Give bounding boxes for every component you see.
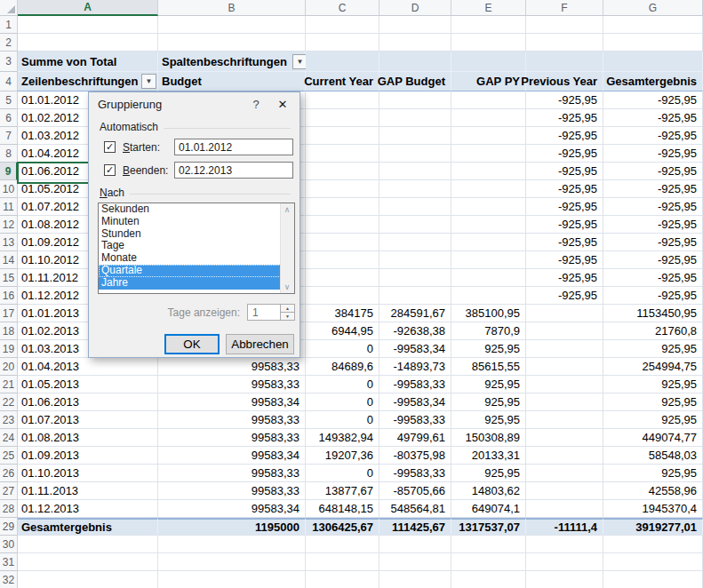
cancel-button[interactable]: Abbrechen [226, 334, 294, 354]
row-header-25[interactable]: 25 [0, 447, 18, 465]
cell-G4[interactable]: Gesamtergebnis [603, 72, 703, 91]
row-header-24[interactable]: 24 [0, 429, 18, 447]
cell-A28[interactable]: 01.12.2013 [18, 500, 158, 518]
cell-F11[interactable]: -925,95 [526, 198, 603, 216]
row-header-7[interactable]: 7 [0, 127, 18, 145]
end-date-input[interactable]: 02.12.2013 [174, 162, 293, 179]
cell-F6[interactable]: -925,95 [526, 109, 603, 127]
row-header-27[interactable]: 27 [0, 482, 18, 500]
cell-F9[interactable]: -925,95 [526, 163, 603, 180]
listbox-scrollbar[interactable]: ∧ ∨ [280, 203, 294, 293]
cell-D17[interactable]: 284591,67 [379, 305, 451, 322]
cell-F5[interactable]: -925,95 [526, 91, 603, 109]
cell-C29[interactable]: 1306425,67 [306, 518, 379, 536]
cell-C6[interactable] [306, 109, 379, 127]
cell-A21[interactable]: 01.05.2013 [18, 376, 158, 393]
cell-E29[interactable]: 1317537,07 [451, 518, 526, 536]
cell-E17[interactable]: 385100,95 [451, 305, 526, 322]
cell-G31[interactable] [603, 553, 703, 571]
cell-E26[interactable]: 925,95 [451, 465, 526, 482]
cell-F15[interactable]: -925,95 [526, 269, 603, 287]
cell-D25[interactable]: -80375,98 [379, 447, 451, 465]
cell-B22[interactable]: 99583,34 [158, 393, 306, 411]
cell-D9[interactable] [379, 163, 451, 180]
cell-F18[interactable] [526, 322, 603, 340]
row-header-31[interactable]: 31 [0, 553, 18, 571]
cell-E1[interactable] [451, 16, 526, 34]
cell-C22[interactable]: 0 [306, 393, 379, 411]
cell-G14[interactable]: -925,95 [603, 251, 703, 269]
cell-F29[interactable]: -11111,4 [526, 518, 603, 536]
group-by-option-quartale[interactable]: Quartale [99, 265, 281, 277]
cell-D14[interactable] [379, 251, 451, 269]
cell-D3[interactable] [379, 52, 451, 72]
cell-F27[interactable] [526, 482, 603, 500]
cell-C2[interactable] [306, 34, 379, 52]
cell-E4[interactable]: GAP PY [451, 72, 526, 91]
row-header-2[interactable]: 2 [0, 34, 18, 52]
cell-E32[interactable] [451, 571, 526, 588]
row-header-19[interactable]: 19 [0, 340, 18, 358]
cell-A23[interactable]: 01.07.2013 [18, 411, 158, 429]
cell-E9[interactable] [451, 163, 526, 180]
cell-F26[interactable] [526, 465, 603, 482]
column-header-C[interactable]: C [306, 0, 379, 16]
cell-A4[interactable]: Zeilenbeschriftungen▼ [18, 72, 158, 91]
scroll-up-icon[interactable]: ∧ [281, 203, 293, 216]
cell-F21[interactable] [526, 376, 603, 393]
cell-C13[interactable] [306, 234, 379, 251]
cell-D19[interactable]: -99583,34 [379, 340, 451, 358]
cell-B27[interactable]: 99583,33 [158, 482, 306, 500]
cell-A29[interactable]: Gesamtergebnis [18, 518, 158, 536]
select-all-corner[interactable] [0, 0, 18, 16]
cell-G21[interactable]: 925,95 [603, 376, 703, 393]
cell-E22[interactable]: 925,95 [451, 393, 526, 411]
cell-E3[interactable] [451, 52, 526, 72]
cell-E14[interactable] [451, 251, 526, 269]
cell-G19[interactable]: 925,95 [603, 340, 703, 358]
cell-A25[interactable]: 01.09.2013 [18, 447, 158, 465]
cell-D26[interactable]: -99583,33 [379, 465, 451, 482]
row-header-22[interactable]: 22 [0, 393, 18, 411]
cell-D31[interactable] [379, 553, 451, 571]
row-header-1[interactable]: 1 [0, 16, 18, 34]
row-header-9[interactable]: 9 [0, 163, 18, 180]
cell-F10[interactable]: -925,95 [526, 180, 603, 198]
cell-C27[interactable]: 13877,67 [306, 482, 379, 500]
cell-B25[interactable]: 99583,34 [158, 447, 306, 465]
cell-G24[interactable]: 449074,77 [603, 429, 703, 447]
cell-F4[interactable]: Previous Year [526, 72, 603, 91]
cell-E23[interactable]: 925,95 [451, 411, 526, 429]
row-header-12[interactable]: 12 [0, 216, 18, 234]
row-header-16[interactable]: 16 [0, 287, 18, 305]
cell-E28[interactable]: 649074,1 [451, 500, 526, 518]
help-icon[interactable]: ? [244, 92, 268, 115]
cell-D4[interactable]: GAP Budget [379, 72, 451, 91]
end-checkbox[interactable]: ✓ [104, 164, 116, 176]
cell-G29[interactable]: 3919277,01 [603, 518, 703, 536]
cell-E5[interactable] [451, 91, 526, 109]
cell-G1[interactable] [603, 16, 703, 34]
cell-E6[interactable] [451, 109, 526, 127]
cell-F20[interactable] [526, 358, 603, 376]
group-by-option-monate[interactable]: Monate [99, 252, 281, 265]
cell-A31[interactable] [18, 553, 158, 571]
cell-D29[interactable]: 111425,67 [379, 518, 451, 536]
cell-E11[interactable] [451, 198, 526, 216]
cell-E20[interactable]: 85615,55 [451, 358, 526, 376]
cell-A30[interactable] [18, 536, 158, 553]
cell-C19[interactable]: 0 [306, 340, 379, 358]
cell-E30[interactable] [451, 536, 526, 553]
cell-D6[interactable] [379, 109, 451, 127]
cell-C21[interactable]: 0 [306, 376, 379, 393]
cell-F25[interactable] [526, 447, 603, 465]
cell-A20[interactable]: 01.04.2013 [18, 358, 158, 376]
cell-F1[interactable] [526, 16, 603, 34]
cell-G26[interactable]: 925,95 [603, 465, 703, 482]
start-date-input[interactable]: 01.01.2012 [174, 139, 293, 155]
cell-C4[interactable]: Current Year [306, 72, 379, 91]
cell-C32[interactable] [306, 571, 379, 588]
row-header-18[interactable]: 18 [0, 322, 18, 340]
cell-C12[interactable] [306, 216, 379, 234]
cell-D10[interactable] [379, 180, 451, 198]
